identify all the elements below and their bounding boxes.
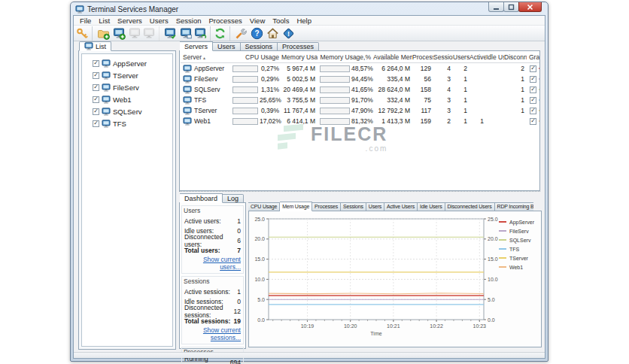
col-sessions[interactable]: Sessions [433, 53, 453, 61]
main-tab[interactable]: Sessions [241, 42, 278, 51]
table-row[interactable]: TFS 25,65% 3 755,5 M 91,70% [181, 95, 539, 105]
server-tree-item[interactable]: TFS [82, 117, 172, 129]
about-icon[interactable]: ! [281, 26, 296, 41]
server-icon [183, 75, 192, 83]
server-checkbox[interactable] [93, 120, 99, 127]
graph-checkbox[interactable] [530, 97, 536, 104]
chart-tab[interactable]: Disconnected Users [445, 202, 495, 211]
server-icon [102, 108, 111, 116]
menu-item[interactable]: View [246, 16, 269, 26]
memory-usage-pct-value: 94,45% [351, 75, 373, 83]
table-row[interactable]: TServer 0,39% 11 767,4 M 47,90% [181, 105, 539, 116]
server-tree-item[interactable]: FileServ [82, 81, 172, 93]
menu-item[interactable]: Help [293, 16, 315, 26]
main-tab[interactable]: Users [213, 42, 241, 51]
server-tree-item[interactable]: AppServer [82, 57, 172, 69]
chart-tab[interactable]: RDP Incoming Bytes [495, 202, 533, 211]
dashboard-tab[interactable]: Log [223, 194, 244, 203]
show-current-users-link[interactable]: Show current users... [184, 256, 241, 271]
svg-text:10:19: 10:19 [301, 323, 314, 329]
sessions-value: 3 [433, 75, 453, 83]
col-memory-usage[interactable]: Memory Usa... [281, 53, 318, 61]
legend-color-icon [499, 248, 506, 250]
col-graph[interactable]: Graph [527, 53, 540, 61]
available-mem-value: 6 264,0 M [373, 65, 412, 72]
tab-list[interactable]: List [79, 41, 111, 51]
main-tab[interactable]: Processes [278, 42, 319, 51]
graph-checkbox[interactable] [530, 86, 536, 93]
server-tree-item[interactable]: Web1 [82, 93, 172, 105]
table-row[interactable]: SQLServ 1,31% 20 469,4 M 41,65% [181, 84, 539, 95]
settings-icon[interactable] [233, 26, 249, 41]
svg-text:Time: Time [370, 331, 381, 336]
close-icon[interactable] [518, 2, 542, 12]
chart-tab[interactable]: Idle Users [418, 202, 445, 211]
key-icon[interactable] [76, 26, 93, 41]
chart-tab[interactable]: Active Users [384, 202, 418, 211]
main-tab[interactable]: Servers [180, 41, 213, 51]
edit-server-icon[interactable] [127, 26, 143, 41]
dashboard-tab[interactable]: Dashboard [180, 193, 223, 203]
refresh-icon[interactable] [214, 26, 230, 41]
server-tree-item[interactable]: SQLServ [82, 105, 172, 117]
col-users[interactable]: Users [453, 53, 469, 61]
client-area: File List Servers Users Session Processe… [73, 15, 545, 359]
reconnect-icon[interactable] [194, 26, 211, 41]
memory-usage-pct-value: 48,57% [351, 65, 373, 72]
col-idle-users[interactable]: Idle Users [486, 53, 504, 61]
maximize-icon[interactable] [503, 2, 519, 12]
col-memory-usage-pct[interactable]: Memory Usage,% [318, 53, 373, 61]
menu-item[interactable]: Servers [114, 16, 146, 26]
table-row[interactable]: Web1 17,02% 6 414,1 M 81,32% [181, 116, 539, 126]
disconnect-icon[interactable] [178, 26, 194, 41]
help-icon[interactable]: ? [249, 26, 265, 41]
graph-checkbox[interactable] [530, 118, 536, 125]
server-name: Web1 [194, 117, 211, 125]
table-row[interactable]: AppServer 0,27% 5 967,4 M 48,57% [181, 63, 539, 74]
server-checkbox[interactable] [93, 60, 99, 67]
col-active-users[interactable]: Active ... [469, 53, 486, 61]
add-group-icon[interactable] [96, 26, 111, 41]
menu-item[interactable]: Processes [205, 16, 245, 26]
server-checkbox[interactable] [93, 72, 99, 79]
connect-icon[interactable] [163, 26, 178, 41]
memory-usage-pct-value: 81,32% [351, 117, 373, 125]
minimize-icon[interactable] [488, 2, 504, 12]
menu-item[interactable]: List [95, 16, 114, 26]
menu-item[interactable]: File [76, 16, 95, 26]
workspace: List AppServer [74, 41, 544, 352]
col-available-mem[interactable]: Available Mem... [373, 53, 412, 61]
chart-tab[interactable]: Processes [312, 202, 341, 211]
menu-item[interactable]: Users [146, 16, 172, 26]
server-name: AppServer [113, 59, 147, 68]
chart-tab[interactable]: Sessions [341, 202, 366, 211]
add-server-icon[interactable] [111, 26, 127, 41]
graph-color-swatch [539, 68, 540, 69]
graph-checkbox[interactable] [530, 65, 536, 72]
remove-server-icon[interactable] [143, 26, 160, 41]
col-server[interactable]: Server ▴ [181, 53, 230, 61]
home-icon[interactable] [265, 26, 281, 41]
col-disconnected[interactable]: Disconne... [504, 53, 527, 61]
graph-checkbox[interactable] [530, 108, 536, 114]
menu-item[interactable]: Session [172, 16, 205, 26]
horizontal-splitter[interactable] [179, 191, 540, 192]
titlebar[interactable]: Terminal Services Manager [71, 2, 548, 15]
cpu-usage-bar [232, 118, 258, 125]
memory-usage-pct-value: 41,65% [351, 86, 373, 93]
processes-value: 159 [412, 117, 433, 125]
chart-tab[interactable]: Users [366, 202, 384, 211]
col-cpu-usage[interactable]: CPU Usage [230, 53, 281, 61]
server-checkbox[interactable] [93, 96, 99, 103]
chart-tab[interactable]: CPU Usage [248, 202, 280, 211]
server-checkbox[interactable] [93, 84, 99, 91]
processes-value: 56 [412, 75, 433, 83]
chart-tab[interactable]: Mem Usage [280, 202, 312, 211]
table-row[interactable]: FileServ 0,29% 5 002,5 M 94,45% [181, 74, 539, 84]
show-current-sessions-link[interactable]: Show current sessions... [184, 326, 241, 341]
server-checkbox[interactable] [93, 108, 99, 115]
graph-checkbox[interactable] [530, 76, 536, 83]
server-tree-item[interactable]: TServer [82, 69, 172, 81]
col-processes[interactable]: Process... [412, 53, 433, 61]
menu-item[interactable]: Tools [269, 16, 293, 26]
